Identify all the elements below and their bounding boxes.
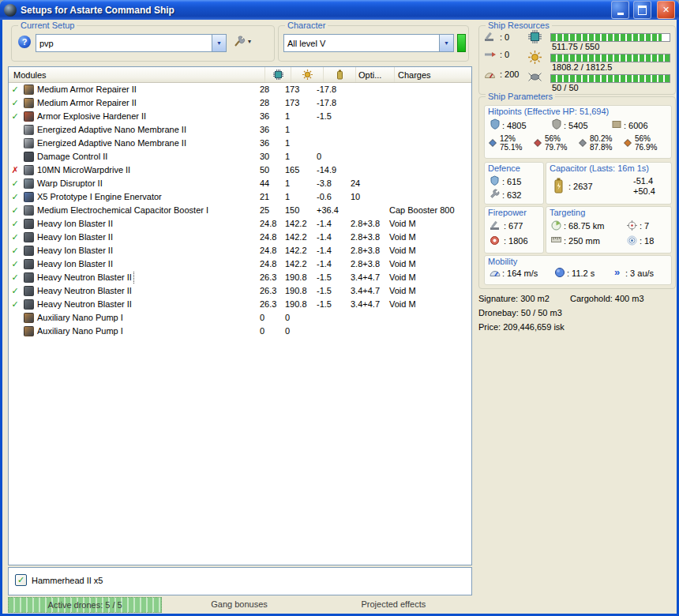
tab-gang-bonuses[interactable]: Gang bonuses	[162, 597, 316, 611]
capacitor-recharge-value: +50.4	[633, 186, 655, 196]
module-row[interactable]: ✓ Heavy Ion Blaster II 24.8 142.2 -1.4 2…	[9, 231, 471, 244]
tab-projected-effects[interactable]: Projected effects	[317, 597, 471, 611]
module-type-icon	[21, 138, 36, 148]
module-powergrid-value: 142.2	[285, 217, 317, 231]
module-capacitor-value: -0.6	[317, 190, 348, 204]
setup-tools-button[interactable]: ▾	[233, 36, 251, 47]
maximize-button[interactable]	[633, 1, 651, 19]
resistance-group: 80.2% 87.8%	[578, 134, 623, 152]
module-cpu-value: 28	[260, 83, 285, 96]
character-combo[interactable]: All level V ▼	[283, 34, 454, 52]
firepower-box: Firepower : 677 : 1806	[484, 206, 544, 254]
module-name: 10MN MicroWarpdrive II	[36, 163, 260, 177]
module-cpu-value: 24.8	[260, 231, 285, 244]
minimize-button[interactable]	[611, 1, 629, 19]
window-title: Setups for Astarte Command Ship	[21, 5, 607, 16]
module-row[interactable]: ✓ X5 Prototype I Engine Enervator 21 1 -…	[9, 190, 471, 204]
module-row[interactable]: Energized Adaptive Nano Membrane II 36 1	[9, 137, 471, 150]
max-targets-icon	[627, 220, 637, 232]
module-type-icon	[21, 98, 36, 108]
powergrid-bar-text: 1808.2 / 1812.5	[552, 62, 612, 72]
modules-column-header[interactable]: Modules	[9, 67, 265, 82]
close-button[interactable]: ✕	[657, 1, 675, 19]
character-combo-value: All level V	[284, 39, 439, 48]
character-combo-arrow-icon[interactable]: ▼	[439, 35, 453, 51]
module-row[interactable]: ✓ Heavy Ion Blaster II 24.8 142.2 -1.4 2…	[9, 217, 471, 231]
module-row[interactable]: ✓ Medium Armor Repairer II 28 173 -17.8	[9, 96, 471, 110]
ship-resources-group: Ship Resources : 0 : 0 : 200 511.75 / 55…	[478, 25, 676, 95]
drone-list-item[interactable]: Hammerhead II x5	[9, 568, 471, 586]
module-row[interactable]: ✓ Armor Explosive Hardener II 36 1 -1.5	[9, 110, 471, 123]
module-cpu-value: 0	[260, 325, 285, 338]
module-capacitor-value: -14.9	[317, 163, 348, 177]
module-capacitor-value: -1.4	[317, 244, 348, 257]
module-capacitor-value: -3.8	[317, 177, 348, 190]
module-type-icon	[21, 326, 36, 336]
module-state-icon: ✓	[9, 190, 21, 204]
cpu-icon	[528, 30, 542, 45]
module-type-icon	[21, 178, 36, 189]
drone-checkbox[interactable]	[15, 574, 27, 586]
module-cpu-value: 36	[260, 137, 285, 150]
capacitor-icon	[553, 177, 565, 196]
module-capacitor-value: -1.5	[317, 284, 348, 298]
module-state-icon: ✓	[9, 217, 21, 231]
cpu-column-header[interactable]	[265, 67, 291, 82]
module-row[interactable]: Auxiliary Nano Pump I 0 0	[9, 325, 471, 338]
module-powergrid-value: 1	[285, 177, 317, 190]
module-state-icon: ✓	[9, 83, 21, 96]
module-row[interactable]: ✓ Heavy Neutron Blaster II 26.3 190.8 -1…	[9, 271, 471, 284]
launcher-hardpoints-icon	[484, 50, 496, 61]
powergrid-column-header[interactable]	[291, 67, 324, 82]
module-row[interactable]: ✓ Medium Armor Repairer II 28 173 -17.8	[9, 83, 471, 96]
capacitor-column-header[interactable]	[324, 67, 356, 82]
module-row[interactable]: ✗ 10MN MicroWarpdrive II 50 165 -14.9	[9, 163, 471, 177]
module-cpu-value: 24.8	[260, 257, 285, 271]
module-cpu-value: 24.8	[260, 217, 285, 231]
module-row[interactable]: ✓ Heavy Neutron Blaster II 26.3 190.8 -1…	[9, 298, 471, 311]
module-state-icon: ✓	[9, 96, 21, 110]
module-capacitor-value: +36.4	[317, 204, 348, 217]
hull-hp-value: : 6006	[624, 121, 648, 130]
charges-column-header[interactable]: Charges	[395, 67, 471, 82]
mobility-box: Mobility : 164 m/s : 11.2 s » : 3 au/s	[484, 255, 672, 285]
module-cpu-value: 26.3	[260, 298, 285, 311]
module-row[interactable]: Energized Adaptive Nano Membrane II 36 1	[9, 123, 471, 137]
module-row[interactable]: ✓ Medium Electrochemical Capacitor Boost…	[9, 204, 471, 217]
minimize-icon	[617, 13, 624, 15]
setup-combo-arrow-icon[interactable]: ▼	[212, 35, 226, 51]
module-capacitor-value: -17.8	[317, 96, 348, 110]
module-state-icon: ✓	[9, 298, 21, 311]
module-row[interactable]: ✓ Heavy Ion Blaster II 24.8 142.2 -1.4 2…	[9, 244, 471, 257]
tab-active-drones[interactable]: Active drones: 5 / 5	[8, 597, 162, 613]
help-icon[interactable]: ?	[18, 36, 31, 48]
module-powergrid-value: 1	[285, 150, 317, 163]
module-name: Warp Disruptor II	[36, 177, 260, 190]
setup-combo[interactable]: pvp ▼	[36, 34, 227, 52]
turret-hardpoints-icon	[484, 32, 496, 43]
module-row[interactable]: Auxiliary Nano Pump I 0 0	[9, 311, 471, 325]
module-row[interactable]: Damage Control II 30 1 0	[9, 150, 471, 163]
armor-resist-value: 75.1%	[500, 143, 522, 152]
module-cpu-value: 50	[260, 163, 285, 177]
module-row[interactable]: ✓ Heavy Ion Blaster II 24.8 142.2 -1.4 2…	[9, 257, 471, 271]
resistance-group: 56% 79.7%	[533, 134, 578, 152]
module-name: Energized Adaptive Nano Membrane II	[36, 137, 260, 150]
module-cpu-value: 0	[260, 311, 285, 325]
module-row[interactable]: ✓ Heavy Neutron Blaster II 26.3 190.8 -1…	[9, 284, 471, 298]
tools-icon	[233, 36, 246, 47]
scan-resolution-icon	[551, 235, 561, 246]
module-state-icon: ✓	[9, 244, 21, 257]
price-text: Price: 209,446,659 isk	[478, 322, 565, 332]
bottom-tab-bar: Active drones: 5 / 5 Gang bonuses Projec…	[8, 597, 471, 613]
module-state-icon: ✓	[9, 257, 21, 271]
resistance-group: 56% 76.9%	[623, 134, 668, 152]
module-capacitor-value: -1.4	[317, 257, 348, 271]
module-row[interactable]: ✓ Warp Disruptor II 44 1 -3.8 24	[9, 177, 471, 190]
module-optimal-value: 3.4+4.7	[348, 271, 386, 284]
module-state-icon: ✓	[9, 271, 21, 284]
cargohold-text: Cargohold: 400 m3	[570, 294, 644, 303]
optimal-column-header[interactable]: Opti...	[356, 67, 395, 82]
powergrid-icon	[528, 51, 542, 66]
sensor-strength-value: : 18	[640, 236, 654, 246]
